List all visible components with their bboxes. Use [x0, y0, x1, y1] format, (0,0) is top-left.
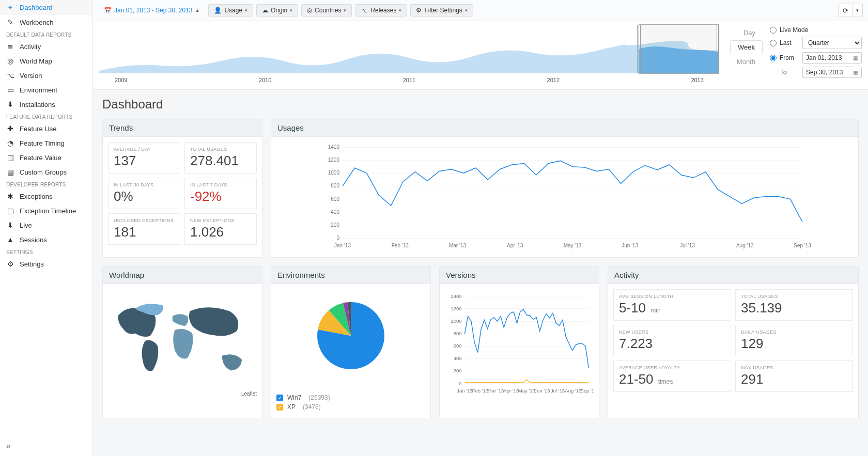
caret-down-icon: ▾ [245, 8, 247, 13]
date-range-label: Jan 01, 2013 - Sep 30, 2013 [114, 7, 192, 14]
caret-down-icon: ▾ [290, 8, 292, 13]
worldmap-svg[interactable] [108, 289, 257, 392]
last-option[interactable]: Last [770, 39, 798, 46]
from-label: From [780, 54, 794, 61]
sidebar-section-header: DEVELOPER REPORTS [0, 179, 92, 189]
range-selector[interactable] [639, 24, 719, 74]
granularity-week-button[interactable]: Week [730, 40, 763, 54]
toolbar-origin-button[interactable]: ☁Origin▾ [256, 4, 298, 17]
nav-icon: ⌖ [6, 3, 14, 12]
map-attribution[interactable]: Leaflet [239, 390, 259, 397]
to-label: To [770, 69, 798, 76]
toolbar-icon: ⌥ [361, 7, 368, 14]
sidebar-item-world-map[interactable]: ◎World Map [0, 54, 92, 68]
sidebar-item-installations[interactable]: ⬇Installations [0, 97, 92, 112]
nav-icon: ≣ [6, 42, 14, 51]
from-option[interactable]: From [770, 54, 798, 61]
sidebar-item-settings[interactable]: ⚙Settings [0, 257, 92, 271]
sidebar-item-label: Version [20, 72, 42, 80]
range-overview-chart[interactable]: 20092010201120122013 [99, 24, 719, 83]
legend-checkbox[interactable]: ✓ [276, 395, 283, 401]
sidebar-section-header: DEFAULT DATA REPORTS [0, 29, 92, 39]
toolbar-countries-button[interactable]: ◎Countries▾ [301, 4, 352, 17]
caret-down-icon: ▾ [399, 8, 401, 13]
kpi-value: 7.223 [619, 336, 725, 352]
legend-item[interactable]: ✓XP(3476) [276, 403, 425, 411]
sidebar-item-feature-use[interactable]: ✚Feature Use [0, 121, 92, 136]
sidebar-item-version[interactable]: ⌥Version [0, 68, 92, 83]
toolbar-releases-button[interactable]: ⌥Releases▾ [355, 4, 407, 17]
caret-down-icon: ▾ [465, 8, 468, 13]
calendar-icon: ▦ [853, 55, 858, 61]
kpi-card: AVG SESSION LENGTH5-10 min [613, 289, 731, 321]
svg-text:1200: 1200 [451, 306, 461, 311]
sidebar-item-label: Live [20, 222, 32, 229]
legend-item[interactable]: ✓Win7(25393) [276, 394, 425, 401]
kpi-card: IN LAST 7 DAYS-92% [184, 178, 257, 209]
toolbar-button-label: Origin [271, 7, 287, 14]
sidebar-item-activity[interactable]: ≣Activity [0, 39, 92, 54]
range-handle-left[interactable] [637, 25, 641, 73]
range-year-label: 2010 [259, 77, 271, 83]
sidebar-item-sessions[interactable]: ▲Sessions [0, 232, 92, 247]
range-controls: DayWeekMonth Live Mode Last Quarter From… [730, 24, 862, 83]
nav-icon: ▲ [6, 235, 14, 244]
live-mode-radio[interactable] [770, 27, 777, 34]
last-select[interactable]: Quarter [802, 37, 862, 49]
nav-icon: ◔ [6, 139, 14, 147]
europe-shape [173, 314, 188, 326]
toolbar: 📅 Jan 01, 2013 - Sep 30, 2013 ▲ 👤Usage▾☁… [93, 0, 868, 21]
refresh-button[interactable]: ⟳ [838, 4, 853, 17]
to-date-input[interactable]: Sep 30, 2013▦ [802, 67, 862, 78]
range-handle-right[interactable] [717, 25, 721, 73]
sidebar-item-dashboard[interactable]: ⌖Dashboard [0, 0, 92, 15]
kpi-value: 278.401 [190, 153, 251, 169]
sidebar-item-environment[interactable]: ▭Environment [0, 83, 92, 97]
last-radio[interactable] [770, 40, 777, 46]
sidebar-item-workbench[interactable]: ✎Workbench [0, 15, 92, 29]
live-mode-option[interactable]: Live Mode [770, 26, 862, 34]
svg-text:800: 800 [454, 331, 462, 336]
granularity-month-button[interactable]: Month [730, 55, 763, 68]
legend-checkbox[interactable]: ✓ [276, 404, 283, 411]
kpi-card: NEW EXCEPTIONS1.026 [184, 213, 257, 245]
date-range-button[interactable]: 📅 Jan 01, 2013 - Sep 30, 2013 ▲ [98, 4, 205, 17]
kpi-value: 0% [114, 188, 175, 205]
svg-text:1400: 1400 [451, 293, 461, 299]
svg-text:Jan '13: Jan '13 [457, 388, 473, 394]
from-radio[interactable] [770, 55, 777, 61]
nav-icon: ▭ [6, 86, 14, 94]
spark-area-total [99, 41, 719, 73]
toolbar-usage-button[interactable]: 👤Usage▾ [208, 4, 253, 17]
sidebar-item-label: Activity [20, 43, 41, 51]
sidebar-item-label: Feature Timing [20, 139, 65, 147]
nav-icon: ✎ [6, 18, 14, 26]
toolbar-button-label: Releases [370, 7, 396, 14]
kpi-label: IN LAST 30 DAYS [114, 182, 175, 187]
sidebar-item-label: Feature Use [20, 125, 57, 133]
toolbar-filter-settings-button[interactable]: ⚙Filter Settings▾ [410, 4, 473, 17]
kpi-label: IN LAST 7 DAYS [190, 182, 251, 187]
sidebar-collapse-button[interactable]: « [0, 436, 92, 456]
australia-shape [222, 354, 242, 370]
kpi-value: 129 [741, 336, 847, 352]
sidebar-item-feature-timing[interactable]: ◔Feature Timing [0, 136, 92, 150]
page-title: Dashboard [102, 97, 859, 112]
from-date-input[interactable]: Jan 01, 2013▦ [802, 52, 862, 64]
sidebar-item-exception-timeline[interactable]: ▤Exception Timeline [0, 203, 92, 218]
granularity-day-button[interactable]: Day [736, 26, 763, 39]
sidebar-section-header: SETTINGS [0, 247, 92, 257]
sidebar-item-exceptions[interactable]: ✱Exceptions [0, 189, 92, 203]
sidebar-item-feature-value[interactable]: ▥Feature Value [0, 150, 92, 165]
kpi-label: AVERAGE USER LOYALTY [619, 365, 725, 370]
kpi-value: 137 [114, 153, 175, 169]
nav-icon: ⬇ [6, 221, 14, 229]
legend-count: (25393) [308, 394, 330, 401]
refresh-dropdown-button[interactable]: ▾ [853, 4, 863, 17]
panel-header: Trends [103, 119, 262, 137]
sidebar-item-live[interactable]: ⬇Live [0, 218, 92, 232]
live-mode-label: Live Mode [780, 26, 808, 34]
africa-shape [173, 329, 193, 358]
panel-header: Worldmap [103, 266, 262, 284]
sidebar-item-custom-groups[interactable]: ▦Custom Groups [0, 165, 92, 179]
